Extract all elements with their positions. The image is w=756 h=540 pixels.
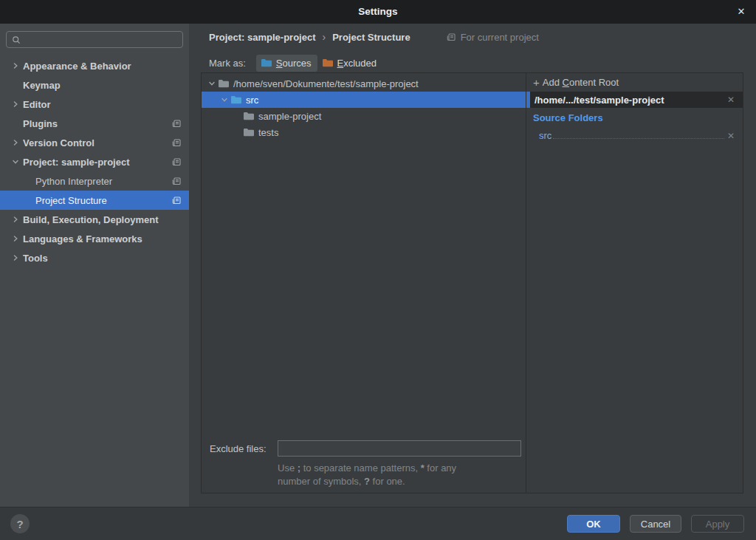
- sources-folder-icon: [261, 57, 272, 69]
- chevron-right-icon[interactable]: [12, 235, 23, 242]
- sidebar-item-python-interpreter[interactable]: Python Interpreter: [0, 171, 189, 191]
- sidebar-item-languages-frameworks[interactable]: Languages & Frameworks: [0, 229, 189, 248]
- project-structure-panel: /home/sven/Dokumente/test/sample-project…: [201, 72, 743, 493]
- folder-icon: [243, 126, 255, 138]
- mark-as-toolbar: Mark as: Sources Excluded: [209, 54, 382, 72]
- dialog-footer: ? OK Cancel Apply: [0, 507, 756, 540]
- content-root-row[interactable]: /home/.../test/sample-project ✕: [526, 92, 743, 108]
- window-title: Settings: [0, 0, 756, 24]
- sidebar-item-appearance-behavior[interactable]: Appearance & Behavior: [0, 56, 189, 75]
- tree-row-label: sample-project: [258, 111, 321, 122]
- source-folder-name: src: [539, 130, 551, 142]
- excluded-folder-icon: [322, 57, 334, 69]
- sidebar-item-label: Build, Execution, Deployment: [23, 214, 158, 225]
- per-project-settings-icon: [447, 33, 456, 42]
- apply-button[interactable]: Apply: [691, 515, 744, 533]
- tree-row-tests[interactable]: tests: [202, 124, 526, 140]
- folder-icon: [243, 110, 255, 122]
- sidebar-item-label: Tools: [23, 253, 48, 264]
- sidebar-item-label: Project: sample-project: [23, 157, 130, 168]
- selection-strip: [526, 92, 530, 108]
- help-button[interactable]: ?: [10, 514, 30, 533]
- tree-row-label: src: [246, 95, 258, 106]
- chevron-down-icon[interactable]: [206, 80, 218, 87]
- remove-content-root-icon[interactable]: ✕: [727, 95, 735, 105]
- per-project-settings-icon: [172, 196, 182, 205]
- exclude-files-input[interactable]: [278, 440, 521, 457]
- sidebar-item-project-sample-project[interactable]: Project: sample-project: [0, 152, 189, 171]
- source-folders-title: Source Folders: [533, 112, 603, 123]
- close-icon[interactable]: ✕: [734, 0, 749, 24]
- chevron-right-icon[interactable]: [12, 216, 23, 223]
- search-input[interactable]: [21, 34, 182, 45]
- ok-button[interactable]: OK: [567, 515, 620, 533]
- sidebar-item-label: Keymap: [23, 80, 61, 91]
- settings-dialog: Settings ✕ Appearance & Behavior Keymap: [0, 0, 756, 540]
- breadcrumb-page: Project Structure: [332, 32, 410, 43]
- breadcrumb-project[interactable]: Project: sample-project: [209, 32, 316, 43]
- sidebar-item-label: Python Interpreter: [35, 176, 112, 187]
- sidebar-item-project-structure[interactable]: Project Structure: [0, 191, 189, 210]
- add-content-root-button[interactable]: + Add Content Root: [533, 77, 619, 88]
- dialog-body: Appearance & Behavior Keymap Editor Plug…: [0, 24, 756, 540]
- sidebar-item-build-execution-deployment[interactable]: Build, Execution, Deployment: [0, 210, 189, 229]
- plus-icon: +: [533, 78, 540, 87]
- exclude-files-hint: Use ; to separate name patterns, * for a…: [278, 462, 526, 488]
- tree-row-sample-project[interactable]: sample-project: [202, 108, 526, 124]
- sidebar-item-label: Plugins: [23, 118, 58, 129]
- sidebar-item-editor[interactable]: Editor: [0, 95, 189, 114]
- mark-sources-button[interactable]: Sources: [256, 55, 317, 72]
- settings-search-box[interactable]: [6, 31, 183, 48]
- chevron-right-icon[interactable]: [12, 100, 23, 108]
- tree-row-label: /home/sven/Dokumente/test/sample-project: [233, 78, 419, 89]
- sidebar-item-tools[interactable]: Tools: [0, 248, 189, 267]
- breadcrumb: Project: sample-project › Project Struct…: [209, 30, 539, 44]
- sidebar-item-label: Languages & Frameworks: [23, 233, 142, 245]
- exclude-files-section: Exclude files: Use ; to separate name pa…: [202, 440, 526, 488]
- source-folder-icon: [230, 94, 242, 106]
- tree-row-src[interactable]: src: [202, 92, 526, 108]
- mark-excluded-label: Excluded: [337, 58, 377, 69]
- chevron-right-icon[interactable]: [12, 139, 23, 146]
- dotted-leader: [553, 138, 724, 139]
- mark-as-label: Mark as:: [209, 58, 246, 69]
- tree-row-label: tests: [258, 127, 278, 138]
- per-project-settings-icon: [172, 119, 182, 129]
- content-root-path: /home/.../test/sample-project: [535, 95, 664, 106]
- search-icon: [12, 35, 21, 44]
- content-root-details: + Add Content Root /home/.../test/sample…: [526, 73, 743, 493]
- per-project-settings-icon: [172, 177, 182, 186]
- mark-excluded-button[interactable]: Excluded: [317, 55, 382, 72]
- content-root-tree: /home/sven/Dokumente/test/sample-project…: [202, 73, 526, 493]
- source-folder-item-src[interactable]: src ✕: [539, 127, 735, 142]
- exclude-files-label: Exclude files:: [210, 443, 278, 454]
- chevron-down-icon[interactable]: [219, 96, 230, 103]
- per-project-settings-icon: [172, 138, 182, 148]
- scope-indicator: For current project: [447, 32, 539, 43]
- chevron-down-icon[interactable]: [12, 158, 23, 165]
- mark-sources-label: Sources: [276, 58, 312, 69]
- remove-source-folder-icon[interactable]: ✕: [727, 131, 735, 141]
- per-project-settings-icon: [172, 157, 182, 167]
- sidebar-item-plugins[interactable]: Plugins: [0, 114, 189, 133]
- chevron-right-icon[interactable]: [12, 254, 23, 262]
- sidebar-item-version-control[interactable]: Version Control: [0, 133, 189, 152]
- sidebar-item-label: Project Structure: [35, 195, 107, 206]
- sidebar-item-label: Version Control: [23, 137, 94, 148]
- sidebar-item-label: Editor: [23, 99, 51, 110]
- tree-row-content-root[interactable]: /home/sven/Dokumente/test/sample-project: [202, 75, 526, 92]
- add-content-root-label: Add Content Root: [543, 77, 619, 88]
- sidebar-item-label: Appearance & Behavior: [23, 61, 131, 72]
- settings-nav: Appearance & Behavior Keymap Editor Plug…: [0, 56, 189, 267]
- scope-label: For current project: [461, 32, 539, 43]
- chevron-right-icon[interactable]: [12, 62, 23, 69]
- titlebar: Settings ✕: [0, 0, 756, 24]
- settings-sidebar: Appearance & Behavior Keymap Editor Plug…: [0, 24, 189, 507]
- sidebar-item-keymap[interactable]: Keymap: [0, 75, 189, 95]
- cancel-button[interactable]: Cancel: [630, 515, 681, 533]
- folder-icon: [218, 78, 230, 89]
- breadcrumb-separator: ›: [323, 31, 326, 43]
